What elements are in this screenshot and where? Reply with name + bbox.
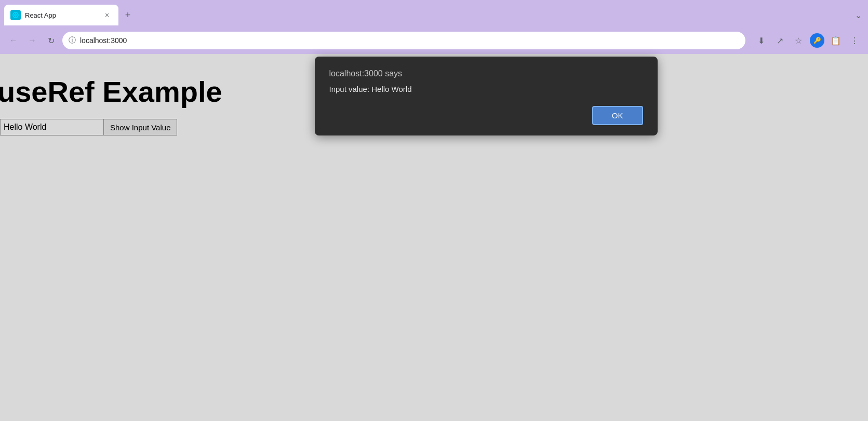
toolbar-icons: ⬇ ↗ ☆ 🔑 📋 ⋮: [754, 33, 862, 48]
screenshot-icon: ⬇: [758, 36, 765, 46]
tab-title: React App: [25, 11, 98, 19]
more-icon: ⋮: [850, 36, 859, 46]
back-button[interactable]: ←: [6, 33, 21, 48]
share-button[interactable]: ↗: [772, 33, 787, 48]
alert-message: Input value: Hello World: [329, 85, 643, 93]
reload-icon: ↻: [48, 36, 55, 46]
alert-ok-button[interactable]: OK: [592, 106, 643, 125]
active-tab[interactable]: React App ×: [4, 5, 118, 25]
show-input-value-button[interactable]: Show Input Value: [104, 119, 177, 135]
bookmark-button[interactable]: ☆: [791, 33, 806, 48]
back-icon: ←: [9, 36, 18, 45]
address-bar-row: ← → ↻ ⓘ localhost:3000 ⬇ ↗ ☆ 🔑 �: [0, 27, 868, 54]
extension-button[interactable]: 📋: [829, 33, 843, 48]
alert-origin: localhost:3000 says: [329, 69, 643, 78]
address-bar[interactable]: ⓘ localhost:3000: [62, 32, 745, 49]
profile-icon: 🔑: [813, 37, 821, 44]
share-icon: ↗: [777, 36, 783, 46]
more-button[interactable]: ⋮: [847, 33, 862, 48]
window-chevron-icon[interactable]: ⌄: [855, 10, 862, 20]
url-text: localhost:3000: [80, 36, 739, 45]
info-icon: ⓘ: [69, 36, 76, 45]
alert-dialog: localhost:3000 says Input value: Hello W…: [315, 57, 658, 135]
browser-chrome: React App × + ⌄ ← → ↻ ⓘ localhost:3000 ⬇…: [0, 0, 868, 54]
ref-input[interactable]: [0, 119, 104, 135]
alert-actions: OK: [329, 106, 643, 125]
page-content: useRef Example Show Input Value localhos…: [0, 54, 868, 421]
forward-icon: →: [28, 36, 36, 45]
tab-close-button[interactable]: ×: [102, 10, 112, 20]
svg-point-1: [15, 15, 17, 16]
extension-icon: 📋: [831, 36, 841, 46]
tab-bar: React App × + ⌄: [0, 0, 868, 27]
bookmark-icon: ☆: [795, 36, 802, 46]
profile-button[interactable]: 🔑: [810, 33, 824, 48]
reload-button[interactable]: ↻: [44, 33, 58, 48]
screenshot-button[interactable]: ⬇: [754, 33, 768, 48]
tab-favicon: [10, 10, 21, 20]
new-tab-button[interactable]: +: [121, 8, 135, 22]
window-controls: ⌄: [849, 10, 868, 20]
forward-button[interactable]: →: [25, 33, 39, 48]
